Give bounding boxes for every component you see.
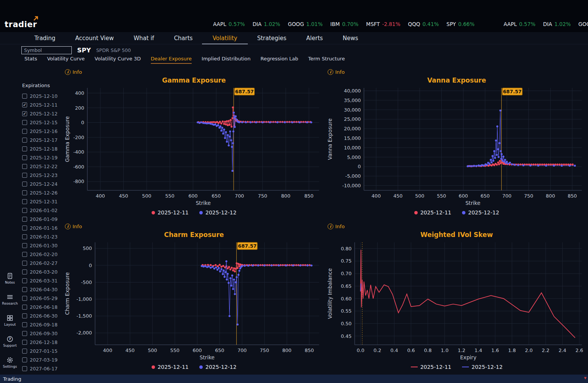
legend-item[interactable]: 2025-12-12 xyxy=(462,209,499,216)
nav-item-account-view[interactable]: Account View xyxy=(74,32,115,44)
rail-item-support[interactable]: ? Support xyxy=(3,336,17,347)
legend-item[interactable]: 2025-12-11 xyxy=(411,364,451,370)
expiration-checkbox[interactable] xyxy=(22,129,27,134)
expiration-checkbox[interactable] xyxy=(22,138,27,143)
rail-item-settings[interactable]: Settings xyxy=(3,357,17,368)
expiration-item[interactable]: 2026-03-31 xyxy=(22,276,63,285)
expiration-checkbox[interactable] xyxy=(22,261,27,266)
chart-canvas[interactable]: 4004505005506006507007508008504002000-20… xyxy=(63,85,325,207)
expiration-checkbox[interactable] xyxy=(22,349,27,354)
expiration-checkbox[interactable] xyxy=(22,287,27,292)
expiration-item[interactable]: ✓2025-12-12 xyxy=(22,109,63,118)
expiration-checkbox[interactable] xyxy=(22,296,27,301)
legend-item[interactable]: 2025-12-12 xyxy=(199,209,236,216)
chart-canvas[interactable]: 4004505005506006507007508008505000-500-1… xyxy=(63,239,325,362)
expiration-checkbox[interactable] xyxy=(22,217,27,222)
expiration-checkbox[interactable] xyxy=(22,269,27,274)
legend-item[interactable]: 2025-12-11 xyxy=(152,364,189,370)
expiration-checkbox[interactable] xyxy=(22,278,27,283)
expiration-item[interactable]: 2026-04-30 xyxy=(22,285,63,294)
info-button[interactable]: i Info xyxy=(325,222,345,230)
expiration-item[interactable]: 2026-06-18 xyxy=(22,303,63,312)
expiration-item[interactable]: 2026-02-20 xyxy=(22,250,63,259)
expiration-item[interactable]: ✓2025-12-11 xyxy=(22,101,63,109)
subtab-implied-distribution[interactable]: Implied Distribution xyxy=(202,56,250,64)
expiration-checkbox[interactable] xyxy=(22,146,27,151)
legend-item[interactable]: 2025-12-11 xyxy=(152,209,189,216)
expiration-checkbox[interactable] xyxy=(22,331,27,336)
subtab-stats[interactable]: Stats xyxy=(24,56,37,64)
expiration-checkbox[interactable] xyxy=(22,366,27,371)
nav-item-volatility[interactable]: Volatility xyxy=(212,32,238,44)
expiration-checkbox[interactable] xyxy=(22,305,27,310)
expiration-checkbox[interactable] xyxy=(22,313,27,318)
statusbar-arrow-icon[interactable]: ▾ xyxy=(584,375,586,381)
expiration-checkbox[interactable] xyxy=(22,252,27,257)
expiration-item[interactable]: 2025-12-23 xyxy=(22,171,63,180)
expiration-item[interactable]: 2025-12-31 xyxy=(22,197,63,206)
rail-item-notes[interactable]: Notes xyxy=(5,273,15,284)
expiration-checkbox[interactable] xyxy=(22,182,27,187)
nav-item-what-if[interactable]: What if xyxy=(133,32,155,44)
expiration-item[interactable]: 2026-05-29 xyxy=(22,294,63,303)
expiration-item[interactable]: 2025-12-22 xyxy=(22,162,63,171)
subtab-term-structure[interactable]: Term Structure xyxy=(308,56,345,64)
expiration-item[interactable]: 2027-03-19 xyxy=(22,355,63,364)
expiration-checkbox[interactable] xyxy=(22,94,27,99)
expiration-item[interactable]: 2027-01-15 xyxy=(22,347,63,355)
expiration-item[interactable]: 2026-09-30 xyxy=(22,329,63,338)
expiration-checkbox[interactable] xyxy=(22,120,27,125)
expiration-item[interactable]: 2025-12-26 xyxy=(22,188,63,197)
expiration-checkbox[interactable] xyxy=(22,322,27,327)
expiration-item[interactable]: 2025-12-24 xyxy=(22,180,63,188)
expiration-item[interactable]: 2026-12-18 xyxy=(22,338,63,347)
expiration-checkbox[interactable] xyxy=(22,190,27,195)
expiration-checkbox[interactable] xyxy=(22,208,27,213)
expiration-checkbox[interactable] xyxy=(22,199,27,204)
expiration-checkbox[interactable] xyxy=(22,340,27,345)
chart-canvas[interactable]: 40045050055060065070075080085040,00035,0… xyxy=(325,85,588,207)
legend-item[interactable]: 2025-12-12 xyxy=(462,364,502,370)
expiration-item[interactable]: 2026-02-27 xyxy=(22,259,63,268)
expiration-checkbox[interactable] xyxy=(22,173,27,178)
chart-canvas[interactable]: 0.00.20.40.60.81.01.21.41.61.82.02.22.42… xyxy=(325,239,588,362)
nav-item-charts[interactable]: Charts xyxy=(173,32,194,44)
expiration-item[interactable]: 2026-06-30 xyxy=(22,312,63,320)
expiration-item[interactable]: 2025-12-19 xyxy=(22,153,63,162)
expiration-item[interactable]: 2026-09-18 xyxy=(22,320,63,329)
expiration-item[interactable]: 2026-01-23 xyxy=(22,232,63,241)
nav-item-strategies[interactable]: Strategies xyxy=(256,32,287,44)
nav-item-alerts[interactable]: Alerts xyxy=(305,32,324,44)
symbol-input[interactable] xyxy=(21,46,72,54)
subtab-volatility-curve-3d[interactable]: Volatility Curve 3D xyxy=(95,56,141,64)
expiration-item[interactable]: 2025-12-17 xyxy=(22,136,63,144)
expiration-checkbox[interactable] xyxy=(22,234,27,239)
expiration-item[interactable]: 2026-03-20 xyxy=(22,268,63,276)
rail-item-layout[interactable]: Layout xyxy=(4,315,16,326)
info-button[interactable]: i Info xyxy=(325,68,345,76)
expiration-checkbox[interactable]: ✓ xyxy=(22,111,27,116)
info-button[interactable]: i Info xyxy=(63,222,82,230)
expiration-item[interactable]: 2027-06-17 xyxy=(22,364,63,373)
expiration-item[interactable]: 2025-12-16 xyxy=(22,127,63,136)
subtab-dealer-exposure[interactable]: Dealer Exposure xyxy=(151,56,192,64)
legend-item[interactable]: 2025-12-11 xyxy=(414,209,451,216)
expiration-checkbox[interactable] xyxy=(22,226,27,230)
expiration-item[interactable]: 2026-01-02 xyxy=(22,206,63,215)
expiration-item[interactable]: 2026-01-16 xyxy=(22,224,63,232)
expiration-item[interactable]: 2026-01-30 xyxy=(22,241,63,250)
info-button[interactable]: i Info xyxy=(63,68,82,76)
expiration-checkbox[interactable] xyxy=(22,243,27,248)
nav-item-news[interactable]: News xyxy=(342,32,359,44)
nav-item-trading[interactable]: Trading xyxy=(34,32,56,44)
expiration-item[interactable]: 2025-12-18 xyxy=(22,144,63,153)
expiration-checkbox[interactable]: ✓ xyxy=(22,102,27,107)
expiration-item[interactable]: 2026-01-09 xyxy=(22,215,63,224)
legend-item[interactable]: 2025-12-12 xyxy=(199,364,236,370)
expiration-checkbox[interactable] xyxy=(22,164,27,169)
subtab-regression-lab[interactable]: Regression Lab xyxy=(260,56,298,64)
tradier-logo[interactable]: tradier xyxy=(5,20,37,29)
expiration-checkbox[interactable] xyxy=(22,155,27,160)
expiration-checkbox[interactable] xyxy=(22,357,27,362)
expiration-item[interactable]: 2025-12-15 xyxy=(22,118,63,127)
